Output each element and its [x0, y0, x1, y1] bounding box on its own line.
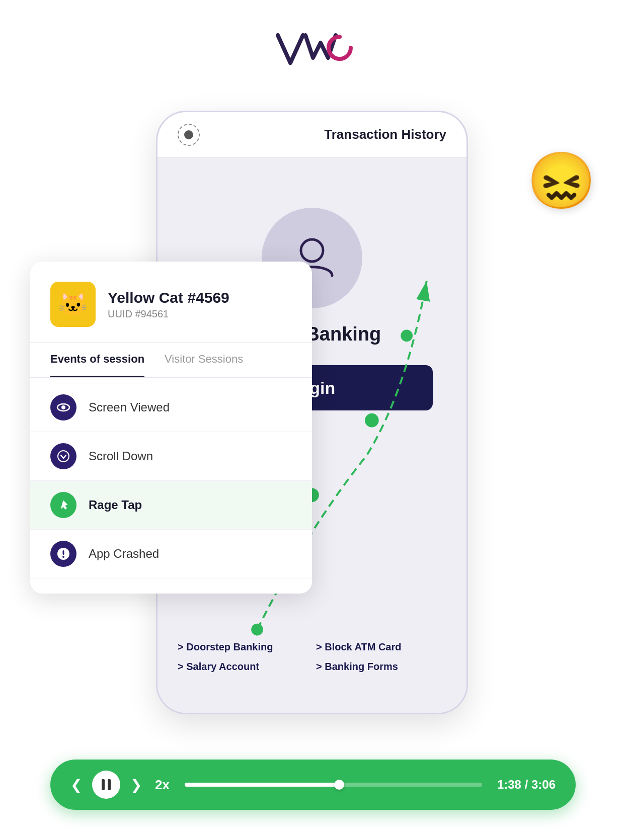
pause-icon — [102, 779, 111, 790]
cat-uuid: UUID #94561 — [108, 308, 229, 320]
phone-topbar: Transaction History — [158, 112, 466, 157]
screen-viewed-icon — [50, 394, 76, 421]
panel-tabs: Events of session Visitor Sessions — [30, 343, 312, 378]
rage-tap-label: Rage Tap — [89, 498, 142, 512]
menu-block-atm[interactable]: Block ATM Card — [316, 641, 446, 653]
svg-point-11 — [62, 556, 64, 558]
menu-banking-forms[interactable]: Banking Forms — [316, 661, 446, 673]
event-screen-viewed[interactable]: Screen Viewed — [30, 383, 312, 432]
svg-point-8 — [58, 451, 69, 462]
cat-info: Yellow Cat #4569 UUID #94561 — [108, 289, 229, 320]
cat-header: 🐱 Yellow Cat #4569 UUID #94561 — [30, 282, 312, 343]
frustration-emoji: 😖 — [527, 148, 596, 213]
menu-doorstep[interactable]: Doorstep Banking — [178, 641, 308, 653]
event-app-crashed[interactable]: App Crashed — [30, 530, 312, 578]
player-progress-bar[interactable] — [185, 783, 482, 787]
rage-tap-icon — [50, 492, 76, 518]
player-progress-thumb[interactable] — [334, 780, 344, 790]
player-play-pause-button[interactable] — [92, 771, 120, 799]
player-prev-button[interactable]: ❮ — [70, 777, 82, 793]
event-list: Screen Viewed Scroll Down Rage Tap — [30, 383, 312, 578]
app-crashed-label: App Crashed — [89, 547, 159, 561]
app-crashed-icon — [50, 541, 76, 567]
cat-avatar: 🐱 — [50, 282, 96, 327]
event-scroll-down[interactable]: Scroll Down — [30, 432, 312, 481]
player-speed-control[interactable]: 2x — [155, 777, 170, 793]
session-panel: 🐱 Yellow Cat #4569 UUID #94561 Events of… — [30, 262, 312, 594]
svg-point-7 — [61, 405, 65, 409]
phone-screen-title: Transaction History — [324, 127, 446, 142]
event-rage-tap[interactable]: Rage Tap — [30, 481, 312, 530]
svg-rect-10 — [63, 550, 64, 555]
screen-viewed-label: Screen Viewed — [89, 400, 170, 414]
cat-name: Yellow Cat #4569 — [108, 289, 229, 306]
scroll-down-icon — [50, 443, 76, 469]
bottom-menu: Doorstep Banking Block ATM Card Salary A… — [158, 641, 466, 673]
player-progress-fill — [185, 783, 339, 787]
vwo-logo — [273, 30, 353, 76]
tab-visitor-sessions[interactable]: Visitor Sessions — [165, 343, 243, 377]
menu-salary[interactable]: Salary Account — [178, 661, 308, 673]
tab-events-of-session[interactable]: Events of session — [50, 343, 144, 377]
back-button[interactable] — [178, 124, 200, 146]
svg-point-0 — [301, 239, 323, 262]
player-time-display: 1:38 / 3:06 — [497, 778, 556, 792]
scroll-down-label: Scroll Down — [89, 449, 153, 463]
player-bar: ❮ ❯ 2x 1:38 / 3:06 — [50, 760, 576, 810]
player-next-button[interactable]: ❯ — [130, 777, 142, 793]
